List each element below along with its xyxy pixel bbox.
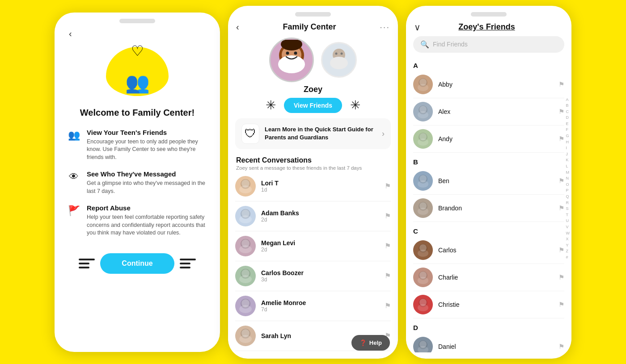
alpha-sidebar-letter-d[interactable]: D — [566, 115, 570, 121]
svg-point-9 — [341, 52, 343, 54]
alpha-sidebar-letter-b[interactable]: B — [566, 103, 570, 109]
friend-flag-icon[interactable]: ⚑ — [558, 108, 564, 116]
phone-zoeys-friends: ∨ Zoey's Friends 🔍 Find Friends A Abby ⚑ — [406, 6, 571, 359]
flag-icon[interactable]: ⚑ — [385, 272, 391, 280]
alpha-sidebar-letter-p[interactable]: P — [566, 188, 570, 193]
alpha-sidebar-letter-s[interactable]: S — [566, 206, 570, 212]
friend-flag-icon[interactable]: ⚑ — [558, 301, 564, 309]
friend-item[interactable]: Alex ⚑ — [413, 98, 564, 126]
friend-avatar — [413, 102, 433, 121]
friend-flag-icon[interactable]: ⚑ — [558, 80, 564, 88]
alpha-sidebar-letter-k[interactable]: K — [566, 157, 570, 163]
p2-more-button[interactable]: ··· — [380, 22, 390, 32]
alpha-sidebar-letter-z[interactable]: Z — [566, 248, 570, 254]
p2-back-button[interactable]: ‹ — [236, 22, 239, 32]
alpha-sidebar-letter-f[interactable]: F — [566, 127, 570, 133]
dash-3 — [79, 267, 89, 268]
alpha-sidebar-letter-w[interactable]: W — [566, 230, 570, 236]
friend-flag-icon[interactable]: ⚑ — [558, 204, 564, 212]
alpha-sidebar-letter-c[interactable]: C — [566, 109, 570, 115]
friend-name: Charlie — [438, 274, 553, 281]
continue-button[interactable]: Continue — [100, 253, 174, 274]
friend-flag-icon[interactable]: ⚑ — [558, 246, 564, 254]
alpha-sidebar-letter-#[interactable]: # — [566, 255, 570, 260]
friend-avatar — [413, 337, 433, 352]
alpha-sidebar-letter-v[interactable]: V — [566, 224, 570, 230]
feature-messages-heading: See Who They've Messaged — [87, 170, 207, 178]
friend-item[interactable]: Charlie ⚑ — [413, 264, 564, 291]
conv-name: Adam Banks — [261, 209, 379, 217]
search-bar[interactable]: 🔍 Find Friends — [413, 36, 564, 53]
alpha-section-b: B Ben ⚑ Brandon ⚑ — [413, 155, 564, 222]
friend-item[interactable]: Christie ⚑ — [413, 291, 564, 318]
alpha-sidebar-letter-u[interactable]: U — [566, 218, 570, 224]
friend-item[interactable]: Andy ⚑ — [413, 126, 564, 153]
feature-report-body: Help your teen feel comfortable reportin… — [87, 213, 207, 237]
alpha-sidebar-letter-y[interactable]: Y — [566, 243, 570, 248]
alpha-sidebar-letter-i[interactable]: I — [566, 145, 570, 151]
conversation-item[interactable]: Amelie Monroe 7d ⚑ — [235, 291, 391, 321]
help-button[interactable]: ❓ Help — [351, 335, 390, 351]
friends-icon: 👥 — [67, 130, 80, 141]
phone-welcome: ‹ ♡ 👥 Welcome to Family Center! 👥 View Y… — [55, 13, 220, 352]
friend-item[interactable]: Carlos ⚑ — [413, 237, 564, 264]
svg-point-4 — [294, 51, 297, 54]
alpha-sidebar-letter-j[interactable]: J — [566, 151, 570, 157]
alpha-sidebar-letter-t[interactable]: T — [566, 212, 570, 218]
conv-name: Megan Levi — [261, 239, 379, 247]
back-button[interactable]: ‹ — [67, 23, 207, 39]
welcome-title: Welcome to Family Center! — [80, 108, 195, 118]
alpha-sidebar-letter-x[interactable]: X — [566, 236, 570, 242]
alpha-sidebar-letter-e[interactable]: E — [566, 121, 570, 127]
conv-time: 7d — [261, 306, 379, 313]
friend-item[interactable]: Abby ⚑ — [413, 71, 564, 98]
alpha-sidebar-letter-h[interactable]: H — [566, 139, 570, 145]
friend-name: Alex — [438, 108, 553, 115]
p2-page-title: Family Center — [283, 22, 336, 32]
alpha-sidebar-letter-l[interactable]: L — [566, 163, 570, 169]
alpha-sidebar-letter-o[interactable]: O — [566, 182, 570, 188]
feature-friends-body: Encourage your teen to only add people t… — [87, 138, 207, 162]
view-friends-button[interactable]: View Friends — [284, 98, 342, 113]
conversation-item[interactable]: Carlos Boozer 3d ⚑ — [235, 261, 391, 291]
svg-point-31 — [418, 84, 428, 91]
friend-avatar — [413, 268, 433, 287]
flag-icon[interactable]: ⚑ — [385, 242, 391, 250]
alpha-sidebar-letter-a[interactable]: A — [566, 97, 570, 103]
dash-6 — [180, 267, 190, 268]
alpha-label: B — [413, 155, 564, 167]
people-icon: 👥 — [125, 71, 150, 94]
friend-name: Andy — [438, 135, 553, 142]
flag-icon[interactable]: ⚑ — [385, 182, 391, 190]
p3-chevron-button[interactable]: ∨ — [414, 22, 421, 33]
conversation-item[interactable]: Megan Levi 2d ⚑ — [235, 231, 391, 261]
feature-report-heading: Report Abuse — [87, 204, 207, 212]
alpha-sidebar-letter-r[interactable]: R — [566, 200, 570, 206]
alpha-sidebar-letter-g[interactable]: G — [566, 133, 570, 139]
flag-icon[interactable]: ⚑ — [385, 301, 391, 310]
friend-flag-icon[interactable]: ⚑ — [558, 343, 564, 351]
svg-point-19 — [239, 245, 252, 253]
shield-star-icon: 🛡 — [241, 124, 259, 144]
friend-item[interactable]: Daniel ⚑ — [413, 333, 564, 352]
quick-start-guide-card[interactable]: 🛡 Learn More in the Quick Start Guide fo… — [235, 118, 391, 149]
svg-point-28 — [239, 335, 252, 343]
friend-flag-icon[interactable]: ⚑ — [558, 177, 564, 185]
conversation-item[interactable]: Adam Banks 2d ⚑ — [235, 201, 391, 231]
guide-chevron-icon: › — [382, 129, 385, 138]
alpha-sidebar-letter-n[interactable]: N — [566, 176, 570, 181]
alpha-sidebar-letter-q[interactable]: Q — [566, 194, 570, 200]
friend-flag-icon[interactable]: ⚑ — [558, 135, 564, 143]
alpha-sidebar-letter-m[interactable]: M — [566, 170, 570, 176]
p3-page-title: Zoey's Friends — [458, 22, 515, 32]
friend-flag-icon[interactable]: ⚑ — [558, 273, 564, 281]
zoey-avatar[interactable] — [269, 38, 314, 82]
flag-icon[interactable]: ⚑ — [385, 212, 391, 220]
friend-item[interactable]: Brandon ⚑ — [413, 195, 564, 222]
friend-name: Daniel — [438, 343, 553, 350]
friend-item[interactable]: Ben ⚑ — [413, 167, 564, 195]
heart-icon: ♡ — [131, 42, 144, 59]
left-dashes — [79, 259, 95, 268]
conversation-item[interactable]: Lori T 1d ⚑ — [235, 172, 391, 201]
search-icon: 🔍 — [420, 40, 429, 49]
